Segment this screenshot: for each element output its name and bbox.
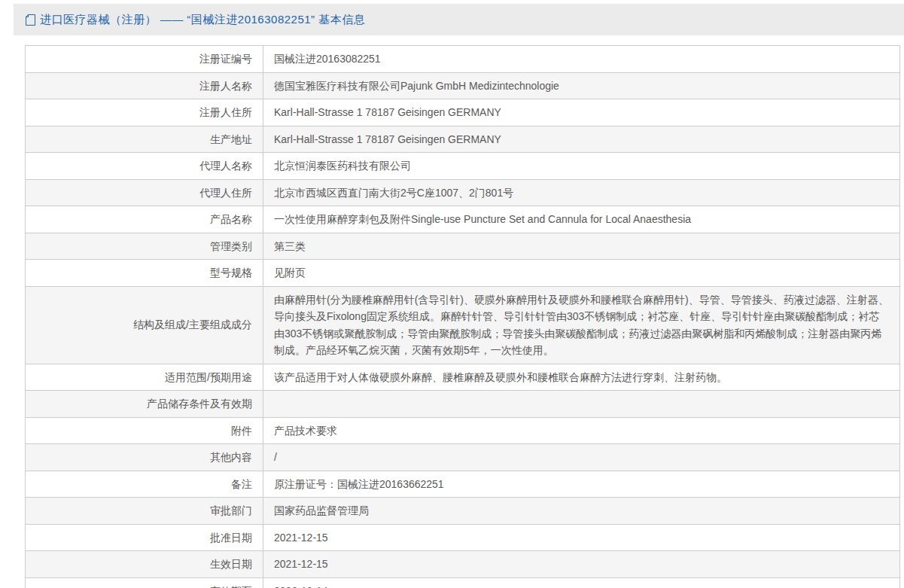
registration-info-table: 注册证编号国械注进20163082251注册人名称德国宝雅医疗科技有限公司Paj… [25, 45, 900, 588]
row-value: 原注册证号：国械注进20163662251 [263, 471, 900, 498]
row-label: 备注 [26, 471, 263, 498]
table-row: 产品储存条件及有效期 [26, 391, 900, 418]
document-icon [26, 14, 35, 26]
table-row: 注册人住所Karl-Hall-Strasse 1 78187 Geisingen… [26, 99, 900, 126]
row-label: 产品储存条件及有效期 [26, 391, 263, 418]
table-row: 附件产品技术要求 [26, 417, 900, 444]
row-value: 2026-12-14 [263, 577, 900, 588]
row-value [263, 391, 900, 418]
table-row: 型号规格见附页 [26, 260, 900, 287]
row-label: 生效日期 [26, 551, 263, 578]
row-label: 批准日期 [26, 524, 263, 551]
table-row: 结构及组成/主要组成成分由麻醉用针(分为腰椎麻醉用针(含导引针)、硬膜外麻醉用针… [26, 286, 900, 364]
page-header: 进口医疗器械（注册） —— “国械注进20163082251” 基本信息 [14, 4, 904, 35]
table-row: 产品名称一次性使用麻醉穿刺包及附件Single-use Puncture Set… [26, 206, 900, 233]
row-value: 该产品适用于对人体做硬膜外麻醉、腰椎麻醉及硬膜外和腰椎联合麻醉方法进行穿刺、注射… [263, 364, 900, 391]
row-label: 管理类别 [26, 233, 263, 260]
row-label: 结构及组成/主要组成成分 [26, 286, 263, 364]
row-label: 适用范围/预期用途 [26, 364, 263, 391]
table-row: 审批部门国家药品监督管理局 [26, 498, 900, 525]
row-value: 德国宝雅医疗科技有限公司Pajunk GmbH Medizintechnolog… [263, 72, 900, 99]
row-value: 第三类 [263, 233, 900, 260]
table-row: 注册人名称德国宝雅医疗科技有限公司Pajunk GmbH Medizintech… [26, 72, 900, 99]
row-label: 型号规格 [26, 260, 263, 287]
table-row: 适用范围/预期用途该产品适用于对人体做硬膜外麻醉、腰椎麻醉及硬膜外和腰椎联合麻醉… [26, 364, 900, 391]
table-row: 备注原注册证号：国械注进20163662251 [26, 471, 900, 498]
row-label: 代理人住所 [26, 179, 263, 206]
row-value: 国家药品监督管理局 [263, 498, 900, 525]
table-row: 批准日期2021-12-15 [26, 524, 900, 551]
row-value: 见附页 [263, 260, 900, 287]
row-value: 2021-12-15 [263, 551, 900, 578]
table-row: 有效期至2026-12-14 [26, 577, 900, 588]
table-body: 注册证编号国械注进20163082251注册人名称德国宝雅医疗科技有限公司Paj… [26, 46, 900, 588]
row-value: 国械注进20163082251 [263, 46, 900, 73]
page-title: 进口医疗器械（注册） —— “国械注进20163082251” 基本信息 [40, 13, 365, 27]
table-row: 代理人住所北京市西城区西直门南大街2号C座1007、2门801号 [26, 179, 900, 206]
row-value: 2021-12-15 [263, 524, 900, 551]
row-label: 有效期至 [26, 577, 263, 588]
row-value: 产品技术要求 [263, 417, 900, 444]
row-label: 注册人住所 [26, 99, 263, 126]
row-label: 其他内容 [26, 444, 263, 471]
row-value: Karl-Hall-Strasse 1 78187 Geisingen GERM… [263, 99, 900, 126]
row-value: 一次性使用麻醉穿刺包及附件Single-use Puncture Set and… [263, 206, 900, 233]
table-row: 生效日期2021-12-15 [26, 551, 900, 578]
row-value: 北京市西城区西直门南大街2号C座1007、2门801号 [263, 179, 900, 206]
table-row: 注册证编号国械注进20163082251 [26, 46, 900, 73]
table-row: 代理人名称北京恒润泰医药科技有限公司 [26, 153, 900, 180]
row-value: / [263, 444, 900, 471]
row-value: 北京恒润泰医药科技有限公司 [263, 153, 900, 180]
row-label: 注册人名称 [26, 72, 263, 99]
row-label: 生产地址 [26, 126, 263, 153]
row-label: 代理人名称 [26, 153, 263, 180]
row-label: 注册证编号 [26, 46, 263, 73]
table-row: 生产地址Karl-Hall-Strasse 1 78187 Geisingen … [26, 126, 900, 153]
table-row: 管理类别第三类 [26, 233, 900, 260]
row-label: 产品名称 [26, 206, 263, 233]
row-label: 审批部门 [26, 498, 263, 525]
table-row: 其他内容/ [26, 444, 900, 471]
row-label: 附件 [26, 417, 263, 444]
row-value: Karl-Hall-Strasse 1 78187 Geisingen GERM… [263, 126, 900, 153]
row-value: 由麻醉用针(分为腰椎麻醉用针(含导引针)、硬膜外麻醉用针及硬膜外和腰椎联合麻醉用… [263, 286, 900, 364]
